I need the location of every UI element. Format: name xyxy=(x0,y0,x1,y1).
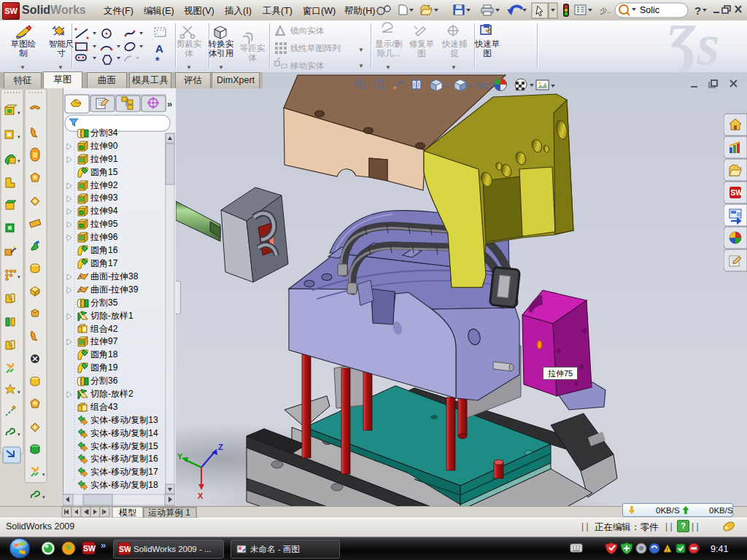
svg-text:*: * xyxy=(155,55,160,66)
svg-text:X: X xyxy=(198,491,204,500)
svg-text:!: ! xyxy=(277,28,279,36)
svg-text:SW: SW xyxy=(731,189,743,197)
svg-text:▾: ▾ xyxy=(42,472,45,477)
svg-text:▾: ▾ xyxy=(18,432,20,437)
svg-text:Y: Y xyxy=(177,452,183,461)
svg-text:▾: ▾ xyxy=(18,274,20,279)
svg-text:Solic: Solic xyxy=(640,5,659,15)
svg-text:A: A xyxy=(155,42,163,55)
svg-text:!: ! xyxy=(666,546,668,553)
svg-text:▾: ▾ xyxy=(18,110,20,115)
svg-text:▾: ▾ xyxy=(18,389,20,394)
svg-text:▾: ▾ xyxy=(18,134,20,139)
svg-text:运动算例 1: 运动算例 1 xyxy=(148,508,190,518)
svg-text:»: » xyxy=(101,540,106,551)
svg-text:0KB/S: 0KB/S xyxy=(656,506,680,515)
svg-text:SW: SW xyxy=(119,545,131,553)
svg-text:少..: 少.. xyxy=(600,7,611,15)
svg-text:▾: ▾ xyxy=(42,494,45,499)
svg-text:▾: ▾ xyxy=(18,158,20,163)
svg-text:0KB/S: 0KB/S xyxy=(709,506,732,515)
svg-text:模型: 模型 xyxy=(119,508,136,518)
svg-text:SW: SW xyxy=(83,544,96,553)
svg-text:9:41: 9:41 xyxy=(711,544,728,554)
svg-text:Z: Z xyxy=(218,443,223,451)
